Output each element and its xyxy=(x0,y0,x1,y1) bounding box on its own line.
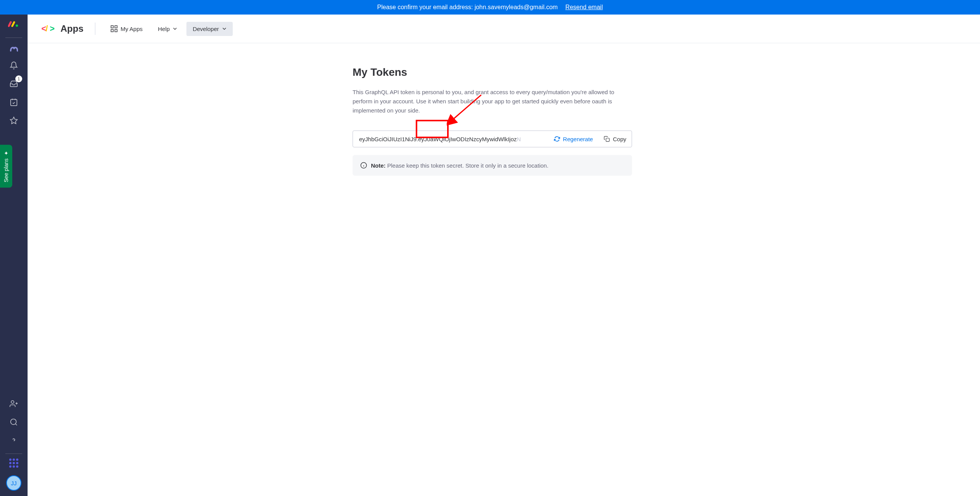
regenerate-button[interactable]: Regenerate xyxy=(549,131,598,147)
apps-menu-icon[interactable] xyxy=(9,458,18,468)
sidebar-divider xyxy=(5,38,22,38)
svg-rect-14 xyxy=(111,26,113,28)
inbox-badge: 1 xyxy=(15,75,22,82)
monday-logo[interactable] xyxy=(8,20,20,33)
main-content: My Tokens This GraphQL API token is pers… xyxy=(28,43,980,496)
svg-marker-4 xyxy=(10,117,17,124)
main-container: 1 See plans ✦ xyxy=(0,15,980,496)
help-icon[interactable] xyxy=(6,433,21,448)
see-plans-tab[interactable]: See plans ✦ xyxy=(0,145,12,188)
token-row: eyJhbGciOiJIUzI1NiJ9.eyJ0aWQiOjIwODIzNzc… xyxy=(353,131,632,147)
inbox-icon[interactable]: 1 xyxy=(6,76,21,91)
resend-email-link[interactable]: Resend email xyxy=(565,4,603,11)
sidebar: 1 See plans ✦ xyxy=(0,15,28,496)
nav-developer[interactable]: Developer xyxy=(186,22,232,36)
copy-button[interactable]: Copy xyxy=(598,131,632,147)
svg-rect-15 xyxy=(115,26,117,28)
my-work-icon[interactable] xyxy=(6,95,21,110)
token-value: eyJhbGciOiJIUzI1NiJ9.eyJ0aWQiOjIwODIzNzc… xyxy=(353,136,549,142)
page-title: My Tokens xyxy=(353,66,632,78)
svg-line-9 xyxy=(15,424,17,425)
invite-members-icon[interactable] xyxy=(6,396,21,411)
svg-rect-16 xyxy=(111,29,113,32)
refresh-icon xyxy=(554,136,560,142)
svg-text:>: > xyxy=(50,24,55,33)
note-text: Note: Please keep this token secret. Sto… xyxy=(371,162,549,169)
nav-divider xyxy=(95,23,95,35)
favorites-icon[interactable] xyxy=(6,113,21,128)
page-description: This GraphQL API token is personal to yo… xyxy=(353,88,632,115)
note-box: Note: Please keep this token secret. Sto… xyxy=(353,155,632,176)
sparkle-icon: ✦ xyxy=(3,150,9,156)
search-icon[interactable] xyxy=(6,414,21,430)
workspace-icon[interactable] xyxy=(8,42,20,55)
copy-icon xyxy=(604,136,610,142)
sidebar-divider xyxy=(5,454,22,454)
svg-point-8 xyxy=(11,419,16,425)
email-banner: Please confirm your email address: john.… xyxy=(0,0,980,15)
user-avatar[interactable]: JJ xyxy=(6,475,21,491)
svg-text:/: / xyxy=(46,24,48,33)
banner-text: Please confirm your email address: john.… xyxy=(377,4,558,11)
apps-brand-text: Apps xyxy=(60,23,83,34)
svg-point-5 xyxy=(11,401,14,403)
top-nav: < / > Apps My Apps Help xyxy=(28,15,980,43)
apps-brand-icon: < / > xyxy=(41,24,57,33)
svg-rect-17 xyxy=(115,29,117,32)
info-icon xyxy=(360,162,367,169)
grid-icon xyxy=(111,25,118,32)
chevron-down-icon xyxy=(173,26,177,31)
svg-rect-18 xyxy=(606,138,609,142)
svg-point-0 xyxy=(16,24,18,27)
chevron-down-icon xyxy=(222,26,227,31)
notifications-icon[interactable] xyxy=(6,58,21,73)
nav-my-apps[interactable]: My Apps xyxy=(105,21,149,36)
nav-help[interactable]: Help xyxy=(152,22,184,36)
svg-rect-1 xyxy=(11,100,17,106)
apps-brand[interactable]: < / > Apps xyxy=(41,23,83,34)
content-area: < / > Apps My Apps Help xyxy=(28,15,980,496)
